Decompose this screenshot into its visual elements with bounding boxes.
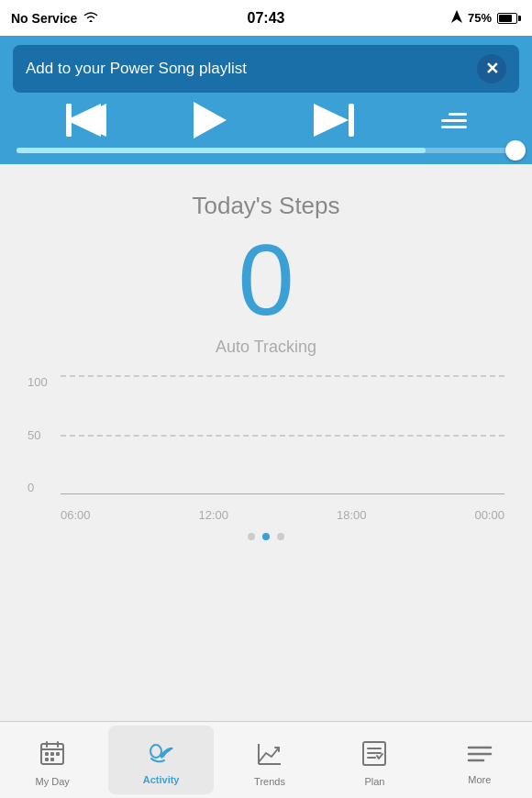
y-label-0: 0 [28,481,55,494]
page-dot-1[interactable] [248,533,255,540]
notification-text: Add to your Power Song playlist [26,60,247,78]
svg-rect-13 [50,752,54,756]
status-left: No Service [11,10,99,26]
svg-rect-7 [349,104,354,137]
x-label-0600: 06:00 [61,508,91,522]
status-right: 75% [451,10,521,26]
plan-label: Plan [364,776,384,787]
y-label-50: 50 [28,428,55,442]
progress-track [17,148,515,153]
my-day-label: My Day [36,776,70,787]
chart-wrapper: 100 50 0 06:00 12:00 18:00 00:00 [28,375,504,522]
chart-grid [61,375,504,494]
y-label-100: 100 [28,375,55,389]
tab-trends[interactable]: Trends [217,722,322,798]
page-dot-2[interactable] [262,533,270,540]
carrier-text: No Service [11,11,77,26]
battery-percent: 75% [468,11,492,25]
trends-icon [257,740,283,772]
player-notification[interactable]: Add to your Power Song playlist ✕ [13,45,519,93]
page-dot-3[interactable] [277,533,284,540]
player-controls [13,102,519,139]
steps-label: Today's Steps [192,192,339,220]
chart-area: 100 50 0 06:00 12:00 18:00 00:00 [18,375,514,544]
tab-my-day[interactable]: My Day [0,722,105,798]
main-content: Today's Steps 0 Auto Tracking 100 50 0 0… [0,164,532,562]
x-label-1800: 18:00 [337,508,367,522]
svg-rect-15 [45,758,49,761]
grid-line-mid [61,435,504,437]
progress-bar[interactable] [13,148,519,153]
progress-fill [17,148,426,153]
x-label-1200: 12:00 [198,508,228,522]
svg-marker-0 [451,10,462,23]
more-label: More [468,774,491,785]
tracking-label: Auto Tracking [216,338,316,357]
trends-label: Trends [254,776,285,787]
page-dots [28,522,504,544]
progress-thumb [505,140,526,161]
prev-button[interactable] [66,104,106,137]
my-day-icon [39,740,65,772]
tab-plan[interactable]: Plan [322,722,427,798]
activity-icon [148,742,175,770]
svg-rect-16 [50,758,54,761]
status-bar: No Service 07:43 75% [0,0,532,36]
activity-label: Activity [143,774,180,785]
play-button[interactable] [194,102,227,139]
status-time: 07:43 [248,10,285,27]
next-button[interactable] [314,104,354,137]
svg-marker-5 [194,102,227,139]
tab-bar: My Day Activity Trends [0,721,532,798]
grid-line-top [61,375,504,377]
x-axis-labels: 06:00 12:00 18:00 00:00 [61,494,504,522]
y-axis-labels: 100 50 0 [28,375,55,494]
svg-marker-6 [314,104,349,137]
steps-count: 0 [238,229,294,330]
plan-icon [362,740,386,772]
close-button[interactable]: ✕ [477,54,506,83]
more-icon [467,742,493,770]
battery-icon [497,11,521,25]
svg-rect-12 [45,752,49,756]
tab-activity[interactable]: Activity [108,726,213,794]
svg-rect-14 [56,752,60,756]
location-icon [451,10,462,26]
wifi-icon [83,10,99,26]
x-label-0000: 00:00 [474,508,504,522]
playlist-button[interactable] [441,113,467,128]
player-bar: Add to your Power Song playlist ✕ [0,36,532,164]
tab-more[interactable]: More [427,722,532,798]
